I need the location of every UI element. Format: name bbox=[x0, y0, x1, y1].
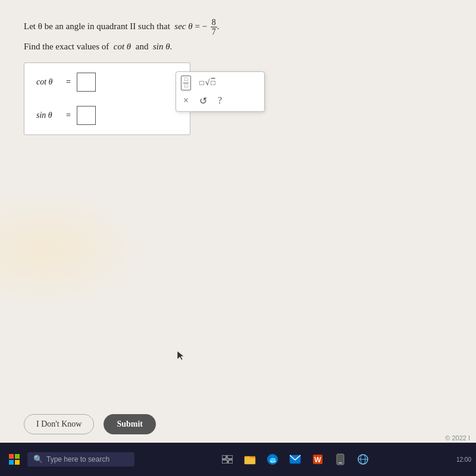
problem-statement-line2: Find the exact values of cot θ and sin θ… bbox=[24, 42, 452, 52]
office-icon[interactable]: W bbox=[309, 451, 326, 468]
cot-label: cot θ bbox=[36, 77, 66, 87]
math-toolbar-row1: □ □ □ √ □ bbox=[181, 76, 259, 90]
undo-toolbar-button[interactable]: ↺ bbox=[197, 94, 209, 108]
mail-icon[interactable] bbox=[287, 451, 303, 468]
svg-rect-5 bbox=[222, 455, 226, 459]
svg-rect-7 bbox=[222, 460, 227, 464]
taskbar-search-bar[interactable]: 🔍 Type here to search bbox=[27, 452, 134, 466]
cursor bbox=[177, 351, 184, 361]
cot-ref: cot θ bbox=[114, 42, 131, 51]
fraction-toolbar-button[interactable]: □ □ bbox=[181, 76, 191, 90]
svg-text:W: W bbox=[315, 456, 322, 464]
taskbar-center-icons: W bbox=[138, 451, 453, 468]
math-toolbar-row2: × ↺ ? bbox=[181, 94, 259, 108]
multiply-toolbar-button[interactable]: × bbox=[181, 94, 191, 107]
cot-row: cot θ = bbox=[36, 73, 178, 92]
sqrt-box-toolbar-button[interactable]: □ √ □ bbox=[197, 77, 217, 89]
taskbar-right-area: 12:00 bbox=[456, 456, 471, 463]
math-toolbar: □ □ □ √ □ × ↺ ? bbox=[176, 71, 265, 112]
start-button[interactable] bbox=[5, 450, 24, 469]
taskbar-search-icon: 🔍 bbox=[33, 455, 43, 464]
sin-input[interactable] bbox=[77, 106, 96, 125]
svg-rect-11 bbox=[245, 458, 255, 464]
svg-rect-3 bbox=[9, 460, 14, 465]
svg-rect-17 bbox=[339, 462, 342, 464]
sin-equals: = bbox=[66, 111, 71, 120]
svg-rect-1 bbox=[9, 454, 14, 459]
svg-marker-0 bbox=[177, 351, 184, 360]
phone-link-icon[interactable] bbox=[332, 451, 349, 468]
submit-button[interactable]: Submit bbox=[104, 414, 156, 434]
svg-rect-2 bbox=[15, 454, 20, 459]
bottom-action-bar: I Don't Know Submit bbox=[0, 408, 476, 440]
globe-icon[interactable] bbox=[355, 451, 371, 468]
taskbar-time: 12:00 bbox=[456, 456, 471, 463]
intro-text: Let θ be an angle in quadrant II such th… bbox=[24, 21, 170, 31]
taskbar: 🔍 Type here to search bbox=[0, 443, 476, 476]
taskbar-search-text: Type here to search bbox=[46, 455, 109, 464]
sin-label: sin θ bbox=[36, 111, 66, 120]
main-content: Let θ be an angle in quadrant II such th… bbox=[0, 0, 476, 147]
dont-know-button[interactable]: I Don't Know bbox=[24, 414, 94, 434]
file-explorer-icon[interactable] bbox=[242, 451, 258, 468]
sin-ref: sin θ bbox=[153, 42, 170, 51]
svg-rect-6 bbox=[227, 455, 233, 459]
help-toolbar-button[interactable]: ? bbox=[215, 94, 224, 107]
svg-rect-10 bbox=[245, 456, 250, 458]
sec-fraction: 8 7 bbox=[211, 18, 217, 37]
svg-rect-4 bbox=[15, 460, 20, 465]
sec-label: sec θ bbox=[174, 21, 192, 31]
cot-equals: = bbox=[66, 77, 71, 87]
edge-browser-icon[interactable] bbox=[264, 451, 281, 468]
problem-statement-line1: Let θ be an angle in quadrant II such th… bbox=[24, 18, 452, 37]
cot-input[interactable] bbox=[77, 73, 96, 92]
copyright-text: © 2022 I bbox=[445, 434, 470, 441]
svg-rect-8 bbox=[228, 460, 233, 464]
taskview-icon[interactable] bbox=[219, 451, 236, 468]
sin-row: sin θ = bbox=[36, 106, 178, 125]
answer-box: cot θ = sin θ = bbox=[24, 62, 190, 135]
background-reflection bbox=[0, 190, 149, 309]
